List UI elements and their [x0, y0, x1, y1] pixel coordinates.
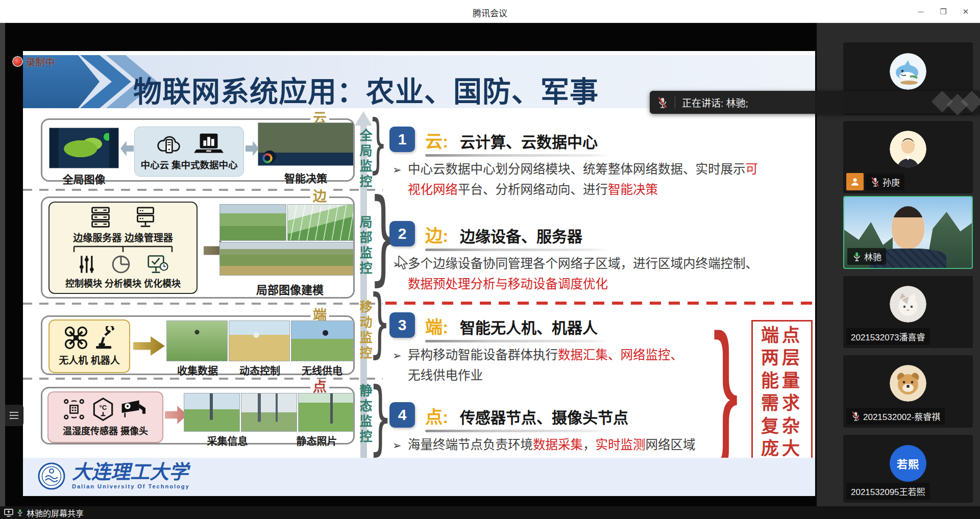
edge-server-icon	[89, 206, 112, 229]
slide-footer: 大连理工大学 Dalian University Of Technology	[23, 458, 815, 496]
side-note-row: 庞大	[761, 438, 803, 459]
tile-label-row: 林驰	[847, 248, 886, 265]
tencent-meeting-window: 腾讯会议 ─ ❐ ✕ 物联网系统应用：农业、国防、军事 云 全局图像	[0, 0, 980, 519]
participant-name: 2021532095王若熙	[851, 485, 925, 498]
bullet-arrow-icon: ➢	[393, 435, 402, 456]
node-photo-captions: 采集信息静态照片	[190, 433, 354, 448]
heading-underline	[425, 340, 609, 342]
weather-station-photo	[184, 393, 240, 432]
connector-lines	[67, 245, 179, 253]
device-photo-captions: 收集数据动态控制无线供电	[166, 363, 354, 378]
host-badge-icon	[846, 173, 864, 190]
monitor-axis-label: 移动监控	[356, 300, 374, 364]
participant-tile[interactable]: 林驰	[843, 196, 973, 269]
highlight-red-text: 数据汇集、网络监控、	[558, 348, 683, 362]
node-photo-caption: 采集信息	[194, 433, 261, 448]
node-tag: 点	[310, 379, 329, 394]
cloud-server-icon	[154, 132, 184, 155]
device-layer-box: 端 无人机 机器人 收集数据动态控制无线供电	[41, 315, 355, 375]
muted-mic-icon	[870, 177, 880, 187]
university-name-zh: 大连理工大学	[72, 462, 190, 482]
muted-mic-icon	[851, 411, 861, 422]
point-number-badge: 4	[389, 402, 415, 428]
participant-name: 2021532002-蔡睿祺	[863, 410, 940, 423]
side-note-row: 两层	[761, 348, 803, 368]
side-note-row: 能量	[761, 370, 803, 391]
decision-map-photo	[258, 122, 354, 166]
point-bullet-text: ➢多个边缘设备协同管理各个网络子区域，进行区域内终端控制、数据预处理分析与移动设…	[393, 254, 770, 294]
red-section-divider	[385, 302, 814, 305]
share-status-text: 林驰的屏幕共享	[27, 507, 84, 519]
global-map-photo	[49, 128, 119, 168]
sidebar-toggle-button[interactable]	[5, 405, 23, 426]
university-logo-icon	[37, 462, 66, 490]
participant-name-chip: 2021532095王若熙	[846, 483, 930, 500]
participant-tile[interactable]: 若熙2021532095王若熙	[843, 435, 973, 503]
point-heading: 智能无人机、机器人	[460, 315, 598, 338]
arrow-right-icon	[246, 141, 259, 156]
maximize-button[interactable]: ❐	[932, 0, 954, 23]
tile-label-row: 2021532095王若熙	[846, 483, 930, 500]
analysis-pie-icon	[111, 254, 131, 275]
device-photo-caption: 收集数据	[166, 363, 229, 378]
window-controls: ─ ❐ ✕	[910, 0, 977, 23]
device-photo-caption: 无线供电	[291, 363, 353, 378]
cctv-camera-icon	[120, 399, 149, 420]
slide-title: 物联网系统应用：农业、国防、军事	[133, 68, 599, 110]
participant-avatar	[890, 365, 926, 402]
participant-name: 2021532073潘喜睿	[851, 330, 925, 343]
tile-label-row: 孙庚	[846, 173, 904, 190]
recording-dot-icon	[13, 57, 22, 66]
participant-tile[interactable]: 孙庚	[843, 121, 973, 193]
bullet-text-segment: ，	[583, 438, 596, 452]
highlight-red-text: 数据预处理分析与移动设备调度优化	[408, 277, 608, 291]
tile-label-row: 2021532002-蔡睿祺	[846, 408, 945, 425]
optimize-monitor-icon	[146, 254, 169, 275]
decision-caption: 智能决策	[258, 170, 354, 185]
side-note-box: 端点两层能量需求复杂庞大	[751, 320, 813, 464]
toast-divider	[675, 96, 675, 109]
edge-layer-box: 边 边缘服务器 边缘管理器	[41, 196, 355, 299]
participant-name-chip: 林驰	[847, 248, 886, 265]
university-name-en: Dalian University Of Technology	[72, 483, 190, 489]
temperature-hex-icon: °C	[92, 398, 114, 421]
participant-name: 孙庚	[883, 176, 900, 188]
drone-robot-chip: 无人机 机器人	[48, 319, 130, 373]
cloud-hub-caption: 中心云 集中式数据中心	[140, 158, 237, 171]
field-photo	[219, 204, 286, 241]
highlight-red-text: 数据采集	[533, 438, 583, 452]
highlight-red-text: 智能决策	[608, 183, 658, 196]
point-number-badge: 3	[389, 312, 415, 338]
monitor-axis-label: 全局监控	[356, 129, 374, 196]
heading-underline	[425, 249, 609, 251]
bullet-text-segment: 中心云数据中心划分网络模块、统筹整体网络数据、实时展示	[408, 162, 746, 176]
edge-tag: 边	[310, 189, 329, 204]
minimize-button[interactable]: ─	[910, 0, 932, 23]
control-sliders-icon	[77, 254, 95, 275]
device-arrow-icon	[133, 336, 165, 356]
sensor-camera-chip: °C 温湿度传感器 摄像头	[47, 391, 163, 443]
share-status-bar: 林驰的屏幕共享	[0, 506, 980, 519]
bullet-arrow-icon: ➢	[393, 345, 402, 366]
point-bullet-text: ➢异构移动智能设备群体执行数据汇集、网络监控、无线供电作业	[393, 345, 694, 386]
recording-label: 录制中	[26, 55, 55, 68]
participant-avatar	[890, 286, 926, 323]
farmland-photo	[219, 242, 354, 276]
drone-sky-photo	[291, 320, 354, 361]
point-key-label: 边:	[425, 222, 448, 247]
participant-name: 林驰	[864, 250, 881, 263]
cloud-layer-box: 云 全局图像 中心云 集中式数据中心	[41, 118, 355, 182]
drone-robot-caption: 无人机 机器人	[59, 353, 119, 366]
participant-tile[interactable]: 2021532002-蔡睿祺	[843, 355, 973, 428]
recording-indicator: 录制中	[13, 55, 55, 68]
close-button[interactable]: ✕	[954, 0, 977, 23]
speaker-face	[892, 206, 924, 249]
point-heading: 云计算、云数据中心	[460, 130, 598, 152]
active-mic-icon	[852, 251, 862, 262]
bullet-text-segment: 无线供电作业	[408, 368, 483, 382]
screen-share-icon	[4, 509, 13, 517]
bullet-text-segment: 多个边缘设备协同管理各个网络子区域，进行区域内终端控制、	[408, 257, 758, 270]
university-logo-row: 大连理工大学 Dalian University Of Technology	[37, 462, 190, 490]
participant-tile[interactable]: 2021532073潘喜睿	[843, 276, 973, 348]
bullet-arrow-icon: ➢	[393, 160, 402, 180]
